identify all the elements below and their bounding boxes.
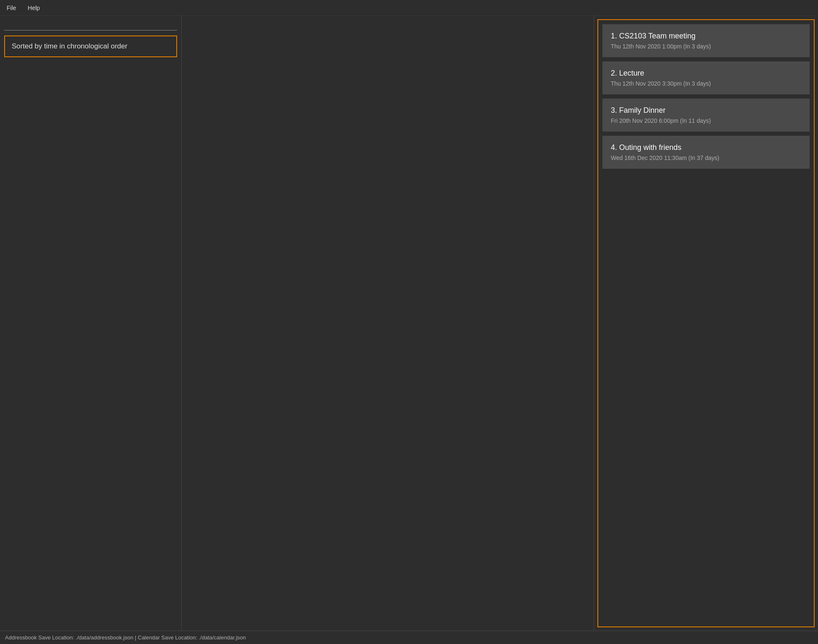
menu-help[interactable]: Help xyxy=(26,4,42,12)
event-title-2: 2. Lecture xyxy=(611,69,801,78)
menu-bar: File Help xyxy=(0,0,818,16)
event-item-2[interactable]: 2. LectureThu 12th Nov 2020 3:30pm (In 3… xyxy=(602,61,810,94)
event-datetime-4: Wed 16th Dec 2020 11:30am (In 37 days) xyxy=(611,155,801,161)
search-input[interactable] xyxy=(4,20,177,30)
event-datetime-3: Fri 20th Nov 2020 6:00pm (In 11 days) xyxy=(611,117,801,124)
main-content: Sorted by time in chronological order 1.… xyxy=(0,16,818,631)
menu-file[interactable]: File xyxy=(5,4,18,12)
event-item-3[interactable]: 3. Family DinnerFri 20th Nov 2020 6:00pm… xyxy=(602,99,810,132)
event-datetime-2: Thu 12th Nov 2020 3:30pm (In 3 days) xyxy=(611,80,801,87)
status-text: Addressbook Save Location: ./data/addres… xyxy=(5,634,246,641)
left-panel: Sorted by time in chronological order xyxy=(0,16,182,631)
events-panel: 1. CS2103 Team meetingThu 12th Nov 2020 … xyxy=(597,19,815,627)
event-item-1[interactable]: 1. CS2103 Team meetingThu 12th Nov 2020 … xyxy=(602,24,810,57)
event-item-4[interactable]: 4. Outing with friendsWed 16th Dec 2020 … xyxy=(602,136,810,169)
middle-panel xyxy=(182,16,594,631)
event-datetime-1: Thu 12th Nov 2020 1:00pm (In 3 days) xyxy=(611,43,801,50)
sort-label: Sorted by time in chronological order xyxy=(4,35,177,57)
event-title-4: 4. Outing with friends xyxy=(611,143,801,152)
status-bar: Addressbook Save Location: ./data/addres… xyxy=(0,631,818,644)
event-title-3: 3. Family Dinner xyxy=(611,106,801,115)
event-title-1: 1. CS2103 Team meeting xyxy=(611,32,801,41)
